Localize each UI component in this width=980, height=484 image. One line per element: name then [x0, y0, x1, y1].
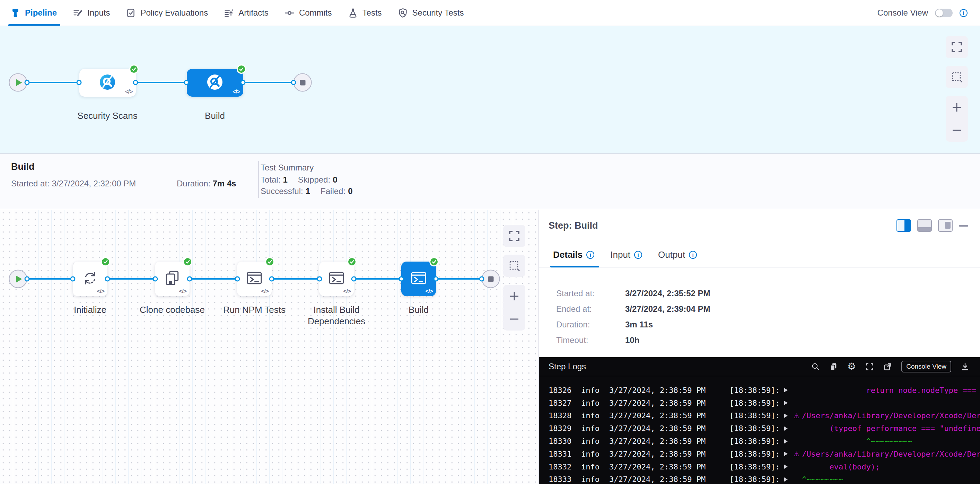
clone-codebase-icon [164, 270, 181, 288]
expand-caret-icon[interactable] [784, 401, 794, 405]
info-icon[interactable]: i [689, 251, 697, 259]
artifacts-icon [224, 8, 234, 18]
log-line[interactable]: 18331info3/27/2024, 2:38:59 PM[18:38:59]… [539, 448, 980, 460]
select-mode-button[interactable] [946, 66, 968, 88]
log-line[interactable]: 18330info3/27/2024, 2:38:59 PM[18:38:59]… [539, 435, 980, 448]
log-line[interactable]: 18326info3/27/2024, 2:38:59 PM[18:38:59]… [539, 384, 980, 397]
edge-port [76, 80, 82, 85]
test-stat-total-: Total:1 [261, 175, 288, 185]
log-line[interactable]: 18327info3/27/2024, 2:38:59 PM[18:38:59]… [539, 397, 980, 409]
test-stat-successful-: Successful:1 [261, 186, 310, 196]
expand-caret-icon[interactable] [784, 427, 794, 431]
log-line[interactable]: 18328info3/27/2024, 2:38:59 PM[18:38:59]… [539, 409, 980, 422]
tab-label: Output [658, 249, 685, 260]
minimize-panel-icon[interactable] [959, 225, 968, 227]
selection-box-icon [950, 70, 963, 84]
detail-value: 10h [625, 335, 640, 345]
expand-caret-icon[interactable] [784, 414, 794, 418]
log-level: info [581, 386, 609, 395]
build-summary-bar [0, 154, 980, 209]
caret-triangle [784, 465, 788, 469]
stat-value: 0 [348, 186, 352, 196]
download-icon[interactable] [961, 362, 970, 371]
log-line[interactable]: 18333info3/27/2024, 2:38:59 PM[18:38:59]… [539, 473, 980, 484]
nav-right-controls: Console View i [877, 0, 967, 25]
tab-tests[interactable]: Tests [348, 0, 382, 25]
fullscreen-button[interactable] [946, 36, 968, 58]
expand-caret-icon[interactable] [784, 452, 794, 456]
warning-icon: ⚠ [794, 412, 802, 420]
step-graph-canvas[interactable]: </>Initialize</>Clone codebase</>Run NPM… [0, 209, 539, 484]
log-line-number: 18331 [549, 450, 581, 459]
expand-caret-icon[interactable] [784, 388, 794, 392]
node-initialize[interactable]: </> [73, 262, 107, 296]
expand-caret-icon[interactable] [784, 465, 794, 469]
stage-graph-canvas[interactable]: </>Security Scans</>Build [0, 26, 980, 154]
zoom-out-icon[interactable] [509, 314, 520, 325]
log-date: 3/27/2024, 2:38:59 PM [609, 386, 729, 395]
node-build[interactable]: </> [401, 262, 436, 296]
node-security-scans[interactable]: </> [80, 69, 136, 97]
copy-icon[interactable] [829, 362, 838, 371]
detail-row-ended-at-: Ended at:3/27/2024, 2:39:04 PM [539, 301, 980, 317]
log-date: 3/27/2024, 2:38:59 PM [609, 411, 729, 420]
pipeline-edge [24, 278, 73, 279]
zoom-in-icon[interactable] [951, 102, 963, 113]
info-icon[interactable]: i [586, 251, 594, 259]
initialize-icon [81, 270, 99, 288]
open-external-icon[interactable] [883, 362, 892, 371]
settings-gear-icon[interactable]: ⚙ [847, 362, 856, 371]
panel-layout-controls [896, 219, 968, 232]
zoom-out-icon[interactable] [951, 125, 963, 136]
zoom-in-icon[interactable] [509, 291, 520, 302]
detail-value: 3/27/2024, 2:35:52 PM [625, 289, 710, 298]
edge-port [25, 80, 30, 85]
node-clone-codebase[interactable]: </> [155, 262, 189, 296]
zoom-controls [503, 285, 525, 330]
info-icon[interactable]: i [634, 251, 642, 259]
expand-caret-icon[interactable] [784, 478, 794, 482]
inputs-icon [73, 8, 83, 18]
tab-input[interactable]: Input i [610, 243, 642, 267]
test-stat-skipped-: Skipped:0 [298, 175, 337, 185]
tab-artifacts[interactable]: Artifacts [224, 0, 269, 25]
expand-caret-icon[interactable] [784, 439, 794, 443]
console-view-button[interactable]: Console View [901, 361, 951, 373]
console-view-toggle[interactable] [935, 9, 953, 17]
edge-port [434, 276, 439, 282]
edge-port [25, 276, 30, 282]
search-icon[interactable] [811, 362, 820, 371]
tab-security-tests[interactable]: Security Tests [398, 0, 464, 25]
tab-inputs[interactable]: Inputs [73, 0, 110, 25]
success-check-icon [183, 257, 192, 267]
log-level: info [581, 475, 609, 484]
stat-label: Successful: [261, 186, 303, 196]
node-build[interactable]: </> [187, 69, 243, 97]
step-logs-title: Step Logs [549, 362, 586, 371]
code-icon: </> [179, 288, 186, 295]
tab-output[interactable]: Output i [658, 243, 697, 267]
info-icon[interactable]: i [959, 9, 967, 17]
select-mode-button[interactable] [503, 255, 525, 277]
tab-label: Pipeline [25, 8, 57, 17]
fullscreen-icon[interactable] [865, 362, 874, 371]
caret-triangle [784, 439, 788, 443]
node-run-npm-tests[interactable]: </> [237, 262, 272, 296]
tab-pipeline[interactable]: Pipeline [10, 0, 57, 25]
log-message: return node.nodeType === [802, 386, 980, 395]
step-details-table: Started at:3/27/2024, 2:35:52 PMEnded at… [539, 286, 980, 348]
tab-policy-evaluations[interactable]: Policy Evaluations [126, 0, 208, 25]
log-line[interactable]: 18329info3/27/2024, 2:38:59 PM[18:38:59]… [539, 422, 980, 435]
log-line[interactable]: 18332info3/27/2024, 2:38:59 PM[18:38:59]… [539, 460, 980, 473]
node-install-build-dependencies[interactable]: </> [319, 262, 354, 296]
tab-details[interactable]: Details i [553, 243, 594, 267]
layout-bottom-dock-icon[interactable] [917, 219, 932, 232]
fullscreen-icon [951, 41, 963, 53]
tab-commits[interactable]: Commits [285, 0, 332, 25]
test-summary-line1: Total:1Skipped:0 [261, 175, 337, 185]
log-level: info [581, 411, 609, 420]
fullscreen-button[interactable] [503, 225, 525, 247]
layout-floating-icon[interactable] [938, 219, 953, 232]
layout-split-right-icon[interactable] [896, 219, 911, 232]
pipeline-edge [436, 278, 482, 279]
